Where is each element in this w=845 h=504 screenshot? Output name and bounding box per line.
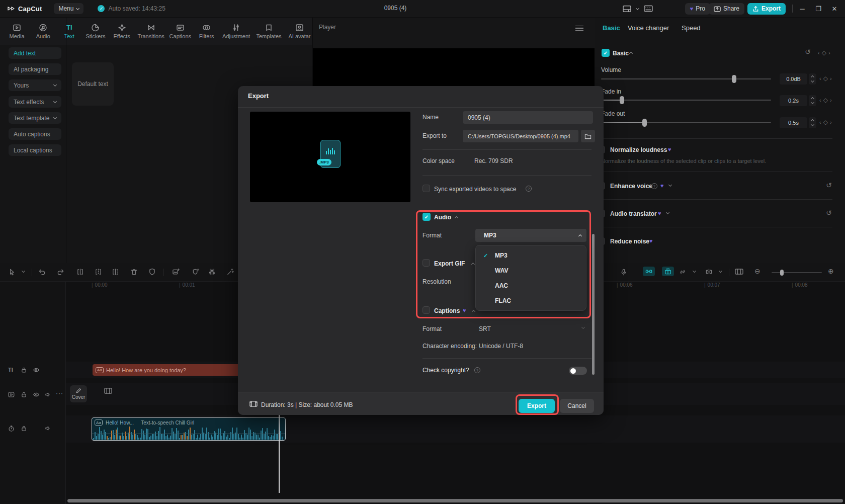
layout-icon[interactable] <box>623 5 631 13</box>
fade-out-value[interactable]: 0.5s <box>780 117 807 128</box>
tab-voice-changer[interactable]: Voice changer <box>628 24 669 32</box>
zoom-slider-knob[interactable] <box>780 270 784 276</box>
gain-line[interactable] <box>92 434 285 434</box>
dialog-scrollbar[interactable] <box>592 234 595 375</box>
select-tool-chevron[interactable] <box>22 269 25 273</box>
dialog-cancel-button[interactable]: Cancel <box>560 399 594 413</box>
redo-icon[interactable] <box>57 268 65 276</box>
reset-icon[interactable]: ↺ <box>826 181 832 189</box>
split-clip-icon[interactable] <box>705 268 713 276</box>
film-placeholder-icon[interactable] <box>104 387 112 394</box>
tab-speed[interactable]: Speed <box>682 24 701 32</box>
captions-checkbox[interactable] <box>422 306 430 314</box>
layout-chevron-icon[interactable] <box>636 6 639 10</box>
delete-icon[interactable] <box>130 268 138 276</box>
mask-icon[interactable] <box>148 268 156 276</box>
reset-icon[interactable]: ↺ <box>805 48 811 56</box>
cover-button[interactable]: Cover <box>70 385 87 402</box>
browse-folder-button[interactable] <box>581 130 595 142</box>
collapse-icon[interactable] <box>629 52 633 55</box>
split-right-icon[interactable] <box>112 268 119 276</box>
tab-adjustment[interactable]: Adjustment <box>222 24 250 39</box>
tab-media[interactable]: Media <box>6 24 28 39</box>
tab-basic[interactable]: Basic <box>603 24 620 32</box>
format-select[interactable]: MP3 <box>475 229 586 242</box>
share-button[interactable]: Share <box>709 3 744 15</box>
close-button[interactable]: ✕ <box>828 5 841 13</box>
sidebar-item-text-template[interactable]: Text template <box>9 112 61 124</box>
sidebar-item-ai-packaging[interactable]: AI packaging <box>9 63 61 75</box>
maximize-button[interactable]: ❐ <box>812 5 825 13</box>
lock-icon[interactable] <box>21 425 27 432</box>
sidebar-item-text-effects[interactable]: Text effects <box>9 96 61 108</box>
dropdown-item-mp3[interactable]: ✓MP3 <box>476 248 586 263</box>
eye-icon[interactable] <box>33 391 40 398</box>
dropdown-item-flac[interactable]: FLAC <box>476 293 586 308</box>
image-ai-icon[interactable] <box>172 268 180 276</box>
more-icon[interactable]: ··· <box>56 390 63 397</box>
chevron-down-icon[interactable] <box>666 211 669 214</box>
default-text-card[interactable]: Default text <box>72 62 114 106</box>
keyframe-controls[interactable]: ‹◇› <box>819 97 832 104</box>
collapse-icon[interactable] <box>471 263 475 266</box>
volume-value[interactable]: 0.0dB <box>780 73 807 85</box>
split-both-icon[interactable] <box>95 268 102 276</box>
dropdown-item-wav[interactable]: WAV <box>476 263 586 278</box>
fade-out-knob[interactable] <box>642 119 647 127</box>
tab-templates[interactable]: Templates <box>255 24 283 39</box>
eye-icon[interactable] <box>33 367 40 373</box>
sidebar-item-yours[interactable]: Yours <box>9 79 61 91</box>
audio-snap-icon[interactable] <box>643 267 655 276</box>
fade-in-knob[interactable] <box>620 96 624 104</box>
export-button-top[interactable]: Export <box>747 3 786 15</box>
zoom-in-icon[interactable]: ⊕ <box>828 267 834 275</box>
lock-icon[interactable] <box>21 391 27 398</box>
fade-in-slider[interactable] <box>601 100 771 101</box>
tab-text[interactable]: TIText <box>58 24 80 39</box>
name-input[interactable]: 0905 (4) <box>463 111 593 124</box>
keyframe-controls[interactable]: ‹◇› <box>819 119 832 126</box>
gift-icon[interactable] <box>662 267 674 276</box>
chevron-down-icon[interactable] <box>668 183 672 187</box>
select-tool-icon[interactable] <box>8 268 16 276</box>
menu-button[interactable]: Menu <box>54 3 83 14</box>
sidebar-item-auto-captions[interactable]: Auto captions <box>9 128 61 140</box>
export-to-input[interactable]: C:/Users/TOPGUS/Desktop/0905 (4).mp4 <box>463 130 578 142</box>
basic-checkbox[interactable] <box>602 49 610 57</box>
speaker-icon[interactable] <box>44 391 51 398</box>
keyboard-icon[interactable] <box>644 5 653 12</box>
tab-transitions[interactable]: Transitions <box>137 24 165 39</box>
speaker-icon[interactable] <box>44 425 51 432</box>
tab-filters[interactable]: Filters <box>196 24 217 39</box>
link-chevron[interactable] <box>693 269 696 273</box>
undo-icon[interactable] <box>38 268 46 276</box>
timeline-zoom-slider[interactable] <box>772 272 822 273</box>
tab-ai-avatar[interactable]: AI avatar <box>287 24 312 39</box>
timeline-scrollbar[interactable] <box>67 499 843 502</box>
pro-button[interactable]: ♥ Pro <box>685 3 710 15</box>
zoom-out-icon[interactable]: ⊖ <box>754 267 760 275</box>
preview-frames-icon[interactable] <box>735 268 743 275</box>
collapse-icon[interactable] <box>472 310 475 313</box>
dropdown-item-aac[interactable]: AAC <box>476 278 586 293</box>
split-chevron[interactable] <box>719 269 722 273</box>
sidebar-item-add-text[interactable]: Add text <box>9 47 61 59</box>
audio-clip[interactable]: Aa Hello! How... Text-to-speech Chill Gi… <box>92 417 286 441</box>
lock-icon[interactable] <box>21 367 27 373</box>
fade-out-slider[interactable] <box>601 122 771 123</box>
sidebar-item-local-captions[interactable]: Local captions <box>9 144 61 156</box>
tab-captions[interactable]: Captions <box>170 24 191 39</box>
split-left-icon[interactable] <box>76 268 84 276</box>
mask-ai-icon[interactable] <box>192 268 200 276</box>
minimize-button[interactable]: ─ <box>796 5 809 13</box>
volume-stepper[interactable] <box>809 73 816 85</box>
audio-checkbox[interactable] <box>422 213 431 221</box>
copyright-toggle[interactable] <box>569 367 587 375</box>
volume-slider[interactable] <box>601 78 771 79</box>
tab-audio[interactable]: Audio <box>32 24 54 39</box>
link-icon[interactable] <box>679 268 687 276</box>
record-mic-icon[interactable] <box>620 268 627 276</box>
player-menu-icon[interactable] <box>575 26 583 31</box>
keyframe-controls[interactable]: ‹◇› <box>818 49 830 56</box>
tab-stickers[interactable]: Stickers <box>84 24 106 39</box>
